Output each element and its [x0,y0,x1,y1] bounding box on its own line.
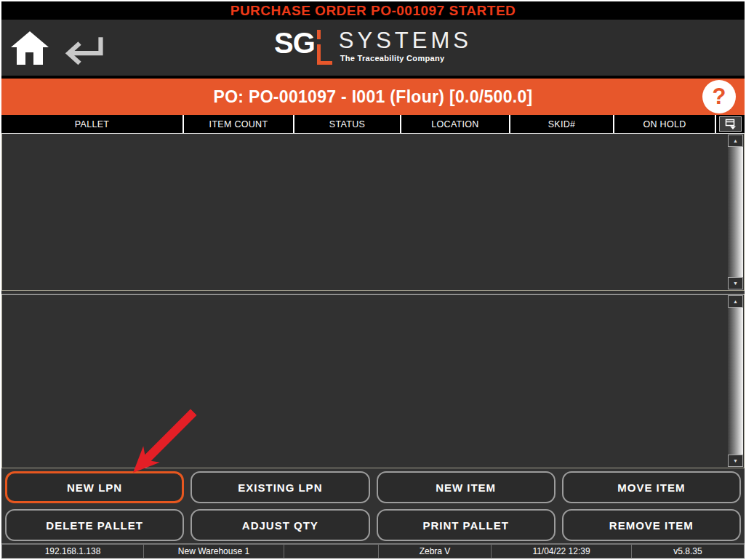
action-button-grid: NEW LPN EXISTING LPN NEW ITEM MOVE ITEM … [5,471,741,541]
adjust-qty-button[interactable]: ADJUST QTY [190,509,369,541]
status-device: Zebra V [379,544,492,559]
status-version: v5.8.35 [632,544,745,559]
alert-banner: PURCHASE ORDER PO-001097 STARTED [1,1,745,20]
status-datetime: 11/04/22 12:39 [492,544,632,559]
app-header: SG SYSTEMS The Traceability Company [1,20,745,76]
column-header-on-hold[interactable]: ON HOLD [614,115,716,133]
logo-tagline: The Traceability Company [339,54,472,63]
scroll-down-button[interactable]: ▼ [728,455,743,467]
print-pallet-button[interactable]: PRINT PALLET [377,509,556,541]
detail-list-panel[interactable]: ▲ ▼ [1,294,745,468]
alert-banner-text: PURCHASE ORDER PO-001097 STARTED [230,3,516,19]
scroll-down-button[interactable]: ▼ [728,277,743,289]
logo-sg-text: SG [274,27,315,59]
scroll-down-icon: ▼ [733,281,738,286]
sg-systems-logo: SG SYSTEMS The Traceability Company [1,27,745,68]
column-chooser-cell [716,115,745,133]
logo-systems-text: SYSTEMS [339,29,472,52]
column-header-status[interactable]: STATUS [294,115,401,133]
new-item-button[interactable]: NEW ITEM [377,471,556,503]
detail-list-scrollbar: ▲ ▼ [728,295,743,467]
column-header-pallet[interactable]: PALLET [1,115,184,133]
scroll-up-icon: ▲ [733,138,738,143]
remove-item-button[interactable]: REMOVE ITEM [562,509,741,541]
pallet-list-scrollbar: ▲ ▼ [728,135,743,289]
new-lpn-button[interactable]: NEW LPN [5,471,184,503]
column-chooser-icon [725,119,737,129]
scroll-up-button[interactable]: ▲ [728,135,743,147]
column-chooser-button[interactable] [719,116,742,132]
po-title-bar: PO: PO-001097 - I001 (Flour) [0.0/500.0]… [1,79,745,115]
column-header-skid[interactable]: SKID# [510,115,614,133]
column-header-item-count[interactable]: ITEM COUNT [184,115,294,133]
help-icon: ? [713,84,726,110]
delete-pallet-button[interactable]: DELETE PALLET [5,509,184,541]
scroll-up-button[interactable]: ▲ [728,295,743,308]
column-header-location[interactable]: LOCATION [401,115,510,133]
status-warehouse: New Warehouse 1 [144,544,284,559]
move-item-button[interactable]: MOVE ITEM [562,471,741,503]
po-title: PO: PO-001097 - I001 (Flour) [0.0/500.0] [214,87,533,107]
scrollbar-track[interactable] [728,308,743,455]
help-button[interactable]: ? [702,80,736,113]
pallet-list-panel[interactable]: ▲ ▼ [1,133,745,291]
status-ip-address: 192.168.1.138 [1,544,144,559]
scroll-down-icon: ▼ [733,458,738,463]
scroll-up-icon: ▲ [733,299,738,304]
scrollbar-track[interactable] [728,147,743,277]
existing-lpn-button[interactable]: EXISTING LPN [190,471,369,503]
status-bar: 192.168.1.138 New Warehouse 1 Zebra V 11… [1,543,745,559]
status-spare [284,544,379,559]
pallet-table-header: PALLET ITEM COUNT STATUS LOCATION SKID# … [1,115,745,133]
logo-bracket-icon [317,27,333,68]
